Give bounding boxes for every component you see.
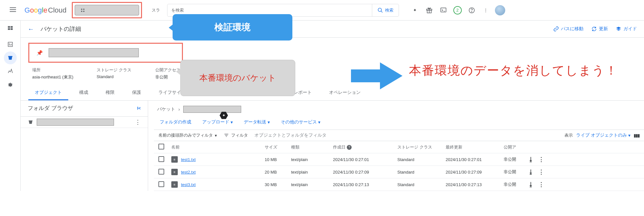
object-name-link[interactable]: test2.txt xyxy=(181,170,196,175)
callout-bucket-text: 本番環境のバケット xyxy=(199,73,276,83)
select-all-checkbox[interactable] xyxy=(158,144,164,149)
nav-monitoring-icon[interactable] xyxy=(4,65,17,78)
row-checkbox[interactable] xyxy=(158,169,164,175)
notifications-badge[interactable]: 2 xyxy=(451,4,464,17)
meta-class-value: Standard xyxy=(97,74,132,79)
cell-type: text/plain xyxy=(291,182,333,187)
other-services-button[interactable]: その他のサービス ▾ xyxy=(281,119,320,125)
callout-env-text: 検証環境 xyxy=(214,22,251,32)
pin-icon[interactable]: 📌 xyxy=(36,50,43,56)
callout-bucket: 本番環境のバケット xyxy=(180,60,295,96)
object-table: 名前 サイズ 種類 作成日? ストレージ クラス 最終更新 公開ア ≡test1… xyxy=(154,141,644,191)
guide-icon xyxy=(616,26,621,32)
col-header-name[interactable]: 名前 xyxy=(171,144,265,150)
filter-button[interactable]: フィルタ xyxy=(223,132,248,138)
folder-browser-title: フォルダ ブラウザ xyxy=(28,104,73,112)
row-checkbox[interactable] xyxy=(158,156,164,162)
meta-location-label: 場所 xyxy=(32,67,73,73)
search-placeholder: を検索 xyxy=(171,7,184,13)
svg-rect-12 xyxy=(8,26,10,28)
refresh-button[interactable]: 更新 xyxy=(591,26,608,32)
cell-updated: 2024/11/30 0:27:13 xyxy=(446,182,504,187)
navigate-path-button[interactable]: パスに移動 xyxy=(553,26,583,32)
object-name-link[interactable]: test3.txt xyxy=(181,182,196,187)
object-name-link[interactable]: test1.txt xyxy=(181,157,196,162)
collapse-panel-icon[interactable]: I< xyxy=(137,106,141,111)
folder-browser-panel: フォルダ ブラウザ I< ⋮ xyxy=(21,101,148,191)
col-header-class[interactable]: ストレージ クラス xyxy=(397,144,446,150)
row-more-icon[interactable]: ⋮ xyxy=(538,156,544,163)
cloud-shell-icon[interactable] xyxy=(437,4,450,17)
display-mode-dropdown[interactable]: ライブ オブジェクトのみ ▾ xyxy=(576,132,630,138)
cell-type: text/plain xyxy=(291,170,333,175)
download-icon[interactable]: ⭳ xyxy=(528,169,534,176)
dropdown-caret-icon: ▾ xyxy=(231,120,233,125)
nav-overview-icon[interactable] xyxy=(4,38,17,51)
header-icon-group: ✦ 2 ⋮ xyxy=(409,4,507,17)
filter-icon xyxy=(223,132,229,138)
gift-icon[interactable] xyxy=(423,4,436,17)
cell-access: 非公開 xyxy=(504,169,522,175)
cell-size: 30 MB xyxy=(265,182,291,187)
tab-config[interactable]: 構成 xyxy=(73,86,95,100)
table-row: ≡test1.txt 10 MB text/plain 2024/11/30 0… xyxy=(154,153,644,166)
guide-label: ガイド xyxy=(623,26,637,32)
tab-protection[interactable]: 保護 xyxy=(126,86,147,100)
download-icon[interactable]: ⭳ xyxy=(528,156,534,163)
cell-updated: 2024/11/30 0:27:09 xyxy=(446,170,504,175)
col-header-updated[interactable]: 最終更新 xyxy=(446,144,504,150)
gemini-icon[interactable]: ✦ xyxy=(409,4,421,17)
nav-bucket-icon[interactable] xyxy=(4,51,17,64)
meta-location-value: asia-northeast1 (東京) xyxy=(32,74,73,80)
cell-created: 2024/11/30 0:27:13 xyxy=(333,182,397,187)
column-chooser-icon[interactable]: ▮▮▮ xyxy=(634,133,639,138)
display-label: 表示 xyxy=(564,132,573,138)
prefix-filter-dropdown[interactable]: 名前の接頭辞のみでフィルタ ▾ xyxy=(158,132,217,138)
col-header-size[interactable]: サイズ xyxy=(265,144,291,150)
svg-point-1 xyxy=(83,8,84,10)
cell-class: Standard xyxy=(397,157,446,162)
filter-input-placeholder[interactable]: オブジェクトとフォルダをフィルタ xyxy=(254,132,327,138)
svg-rect-13 xyxy=(10,26,13,28)
breadcrumb-redacted xyxy=(183,106,241,113)
create-folder-button[interactable]: フォルダの作成 xyxy=(160,119,191,125)
folder-more-icon[interactable]: ⋮ xyxy=(135,119,141,126)
upload-button[interactable]: アップロード ▾ xyxy=(202,119,233,125)
folder-item[interactable]: ⋮ xyxy=(21,117,148,128)
svg-rect-9 xyxy=(440,8,446,12)
col-header-access[interactable]: 公開ア xyxy=(504,144,522,150)
cell-access: 非公開 xyxy=(504,182,522,187)
nav-dashboard-icon[interactable] xyxy=(4,22,17,35)
account-avatar[interactable] xyxy=(494,4,507,17)
info-icon[interactable]: ? xyxy=(347,145,352,150)
guide-button[interactable]: ガイド xyxy=(616,26,637,32)
logo[interactable]: Google Cloud xyxy=(24,6,67,14)
cell-access: 非公開 xyxy=(504,157,522,162)
big-arrow-icon xyxy=(351,60,402,93)
search-button[interactable]: 検索 xyxy=(372,4,399,16)
page-title: バケットの詳細 xyxy=(41,25,81,33)
row-more-icon[interactable]: ⋮ xyxy=(538,181,544,188)
table-row: ≡test2.txt 20 MB text/plain 2024/11/30 0… xyxy=(154,166,644,178)
back-arrow-icon[interactable]: ← xyxy=(28,25,34,33)
dropdown-caret-icon: ▾ xyxy=(268,120,270,125)
link-icon xyxy=(553,26,559,32)
tab-objects[interactable]: オブジェクト xyxy=(28,86,68,100)
breadcrumb-root[interactable]: バケット xyxy=(157,106,175,112)
tab-permissions[interactable]: 権限 xyxy=(99,86,121,100)
cell-class: Standard xyxy=(397,182,446,187)
col-header-type[interactable]: 種類 xyxy=(291,144,333,150)
project-selector[interactable] xyxy=(75,5,139,15)
hamburger-icon[interactable] xyxy=(6,3,19,17)
row-checkbox[interactable] xyxy=(158,181,164,187)
data-transfer-button[interactable]: データ転送 ▾ xyxy=(244,119,270,125)
more-vert-icon[interactable]: ⋮ xyxy=(479,4,492,17)
nav-settings-icon[interactable] xyxy=(4,78,17,91)
row-more-icon[interactable]: ⋮ xyxy=(538,168,544,176)
table-row: ≡test3.txt 30 MB text/plain 2024/11/30 0… xyxy=(154,178,644,191)
download-icon[interactable]: ⭳ xyxy=(528,181,534,188)
col-header-created[interactable]: 作成日? xyxy=(333,144,397,150)
logo-cloud-text: Cloud xyxy=(48,6,66,14)
help-icon[interactable] xyxy=(465,4,478,17)
svg-point-2 xyxy=(81,11,82,12)
